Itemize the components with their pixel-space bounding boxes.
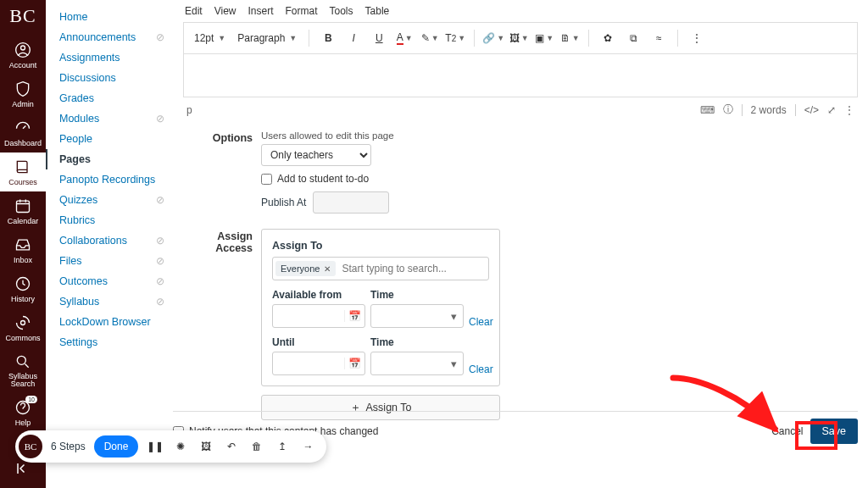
a11y-icon[interactable]: ⓘ	[723, 103, 733, 117]
forward-icon[interactable]: →	[299, 438, 316, 455]
font-size-select[interactable]: 12pt▼	[191, 30, 229, 46]
course-nav-announcements[interactable]: Announcements⊘	[46, 27, 173, 47]
gauge-icon	[14, 119, 32, 137]
trash-icon[interactable]: 🗑	[248, 438, 265, 455]
menu-tools[interactable]: Tools	[330, 5, 353, 17]
text-color-icon[interactable]: A▼	[394, 28, 415, 48]
calendar-icon	[14, 197, 32, 215]
help-badge: 10	[25, 396, 37, 403]
course-nav-lockdown-browser[interactable]: LockDown Browser	[46, 312, 173, 332]
picture-icon[interactable]: 🖼	[198, 438, 214, 455]
course-nav-outcomes[interactable]: Outcomes⊘	[46, 271, 173, 291]
course-nav-pages[interactable]: Pages	[46, 149, 173, 169]
equation-icon[interactable]: ≈	[648, 28, 669, 48]
options-label: Options	[183, 130, 261, 214]
editor-toolbar: 12pt▼ Paragraph▼ B I U A▼ ✎▼ T2▼ 🔗▼ 🖼▼ ▣…	[183, 22, 858, 53]
editor-body[interactable]	[183, 53, 858, 97]
italic-icon[interactable]: I	[343, 28, 364, 48]
assignee-pill: Everyone ✕	[275, 261, 336, 276]
highlight-icon[interactable]: ✎▼	[420, 28, 440, 48]
record-icon[interactable]: ⧉	[623, 28, 643, 48]
nav-syllabus-search[interactable]: Syllabus Search	[0, 347, 46, 393]
keyboard-icon[interactable]: ⌨	[700, 104, 715, 116]
calendar-icon[interactable]: 📅	[344, 358, 364, 369]
course-nav-syllabus[interactable]: Syllabus⊘	[46, 291, 173, 312]
image-icon[interactable]: 🖼▼	[509, 28, 529, 48]
course-nav-assignments[interactable]: Assignments	[46, 47, 173, 68]
available-from-date[interactable]: 📅	[272, 304, 365, 328]
course-nav-settings[interactable]: Settings	[46, 332, 173, 352]
course-nav-home[interactable]: Home	[46, 7, 173, 27]
menu-table[interactable]: Table	[365, 5, 390, 17]
document-icon[interactable]: 🗎▼	[559, 28, 580, 48]
shield-icon	[14, 80, 32, 98]
undo-icon[interactable]: ↶	[223, 438, 240, 455]
menu-view[interactable]: View	[214, 5, 236, 17]
assign-to-input[interactable]: Everyone ✕	[272, 257, 489, 280]
more-status-icon[interactable]: ⋮	[844, 104, 854, 116]
publish-at-input[interactable]	[313, 191, 389, 214]
bold-icon[interactable]: B	[318, 28, 338, 48]
chevron-down-icon[interactable]: ▾	[444, 310, 463, 323]
blur-icon[interactable]: ✺	[172, 438, 189, 455]
nav-account[interactable]: Account	[0, 36, 46, 75]
fullscreen-icon[interactable]: ⤢	[827, 104, 836, 116]
superscript-icon[interactable]: T2▼	[445, 28, 465, 48]
calendar-icon[interactable]: 📅	[344, 310, 364, 322]
until-time[interactable]: ▾	[370, 352, 464, 375]
until-date[interactable]: 📅	[272, 352, 365, 375]
element-path: p	[186, 104, 192, 116]
nav-calendar[interactable]: Calendar	[0, 191, 46, 230]
assign-section: Assign Access Assign To Everyone ✕ Avail…	[183, 229, 858, 420]
underline-icon[interactable]: U	[369, 28, 389, 48]
menu-format[interactable]: Format	[286, 5, 318, 17]
cancel-button[interactable]: Cancel	[771, 425, 803, 437]
nav-history[interactable]: History	[0, 269, 46, 308]
course-nav-panopto-recordings[interactable]: Panopto Recordings	[46, 169, 173, 190]
clear-from-link[interactable]: Clear	[469, 316, 501, 328]
player-done-button[interactable]: Done	[94, 435, 139, 458]
block-format-select[interactable]: Paragraph▼	[234, 30, 300, 46]
nav-admin[interactable]: Admin	[0, 75, 46, 114]
available-from-time-label: Time	[370, 289, 464, 301]
nav-commons[interactable]: Commons	[0, 308, 46, 347]
add-todo-checkbox[interactable]: Add to student to-do	[261, 173, 858, 185]
course-nav-quizzes[interactable]: Quizzes⊘	[46, 190, 173, 210]
remove-pill-icon[interactable]: ✕	[324, 264, 331, 274]
media-icon[interactable]: ▣▼	[534, 28, 554, 48]
nav-inbox[interactable]: Inbox	[0, 230, 46, 269]
svg-point-5	[17, 356, 25, 364]
search-icon	[14, 352, 32, 371]
assign-search[interactable]	[339, 260, 486, 277]
app-icon[interactable]: ✿	[598, 28, 618, 48]
course-nav-rubrics[interactable]: Rubrics	[46, 210, 173, 230]
collapse-nav-icon[interactable]	[15, 461, 31, 480]
assign-label: Assign Access	[183, 229, 261, 420]
more-icon[interactable]: ⋮	[687, 28, 707, 48]
hidden-icon: ⊘	[156, 194, 164, 206]
course-nav-discussions[interactable]: Discussions	[46, 68, 173, 88]
inbox-icon	[14, 236, 32, 254]
course-nav-grades[interactable]: Grades	[46, 88, 173, 108]
course-nav-modules[interactable]: Modules⊘	[46, 108, 173, 129]
menu-edit[interactable]: Edit	[185, 5, 203, 17]
available-from-label: Available from	[272, 289, 365, 301]
nav-dashboard[interactable]: Dashboard	[0, 114, 46, 152]
brand-logo[interactable]: BC	[9, 5, 36, 27]
link-icon[interactable]: 🔗▼	[483, 28, 504, 48]
nav-courses[interactable]: Courses	[0, 152, 46, 191]
clear-until-link[interactable]: Clear	[469, 363, 501, 375]
upload-icon[interactable]: ↥	[274, 438, 291, 455]
nav-help[interactable]: 10 Help	[0, 393, 46, 432]
pause-icon[interactable]: ❚❚	[147, 438, 164, 455]
course-nav-files[interactable]: Files⊘	[46, 251, 173, 271]
available-from-time[interactable]: ▾	[370, 304, 464, 328]
menu-insert[interactable]: Insert	[248, 5, 273, 17]
html-view-icon[interactable]: </>	[804, 104, 819, 116]
edit-roles-select[interactable]: Only teachers	[261, 144, 371, 166]
course-nav-people[interactable]: People	[46, 129, 173, 149]
until-time-label: Time	[370, 336, 464, 348]
chevron-down-icon[interactable]: ▾	[444, 358, 463, 370]
course-nav-collaborations[interactable]: Collaborations⊘	[46, 230, 173, 251]
save-button[interactable]: Save	[810, 419, 859, 444]
